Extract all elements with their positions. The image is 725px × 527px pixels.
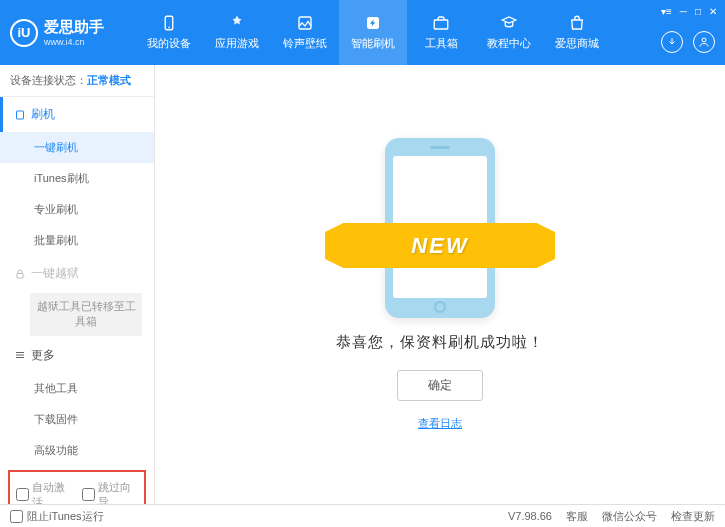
app-header: iU 爱思助手 www.i4.cn 我的设备 应用游戏 铃声壁纸 智能刷机 工具…: [0, 0, 725, 65]
svg-rect-6: [17, 111, 24, 119]
nav-label: 铃声壁纸: [283, 36, 327, 51]
nav-my-device[interactable]: 我的设备: [135, 0, 203, 65]
app-title: 爱思助手: [44, 18, 104, 35]
nav-label: 爱思商城: [555, 36, 599, 51]
svg-rect-7: [17, 273, 23, 278]
shop-icon: [568, 14, 586, 32]
sidebar-item-itunes-flash[interactable]: iTunes刷机: [0, 163, 154, 194]
new-ribbon: NEW: [325, 223, 555, 268]
main-content: NEW 恭喜您，保资料刷机成功啦！ 确定 查看日志: [155, 65, 725, 504]
flash-icon: [364, 14, 382, 32]
sidebar-item-advanced[interactable]: 高级功能: [0, 435, 154, 466]
svg-rect-4: [434, 20, 448, 29]
svg-point-5: [702, 38, 706, 42]
cb-auto-activate[interactable]: 自动激活: [16, 480, 72, 504]
sidebar-item-batch-flash[interactable]: 批量刷机: [0, 225, 154, 256]
device-icon: [160, 14, 178, 32]
sidebar-item-download-firmware[interactable]: 下载固件: [0, 404, 154, 435]
sidebar: 设备连接状态：正常模式 刷机 一键刷机 iTunes刷机 专业刷机 批量刷机 一…: [0, 65, 155, 504]
group-jailbreak: 一键越狱: [0, 256, 154, 291]
nav-smart-flash[interactable]: 智能刷机: [339, 0, 407, 65]
close-icon[interactable]: ✕: [709, 6, 717, 17]
nav-label: 应用游戏: [215, 36, 259, 51]
options-highlight-box: 自动激活 跳过向导: [8, 470, 146, 504]
user-button[interactable]: [693, 31, 715, 53]
success-message: 恭喜您，保资料刷机成功啦！: [336, 333, 544, 352]
group-label: 更多: [31, 347, 55, 364]
group-label: 刷机: [31, 106, 55, 123]
logo-area: iU 爱思助手 www.i4.cn: [10, 18, 135, 47]
group-more[interactable]: 更多: [0, 338, 154, 373]
nav-tutorials[interactable]: 教程中心: [475, 0, 543, 65]
maximize-icon[interactable]: □: [695, 6, 701, 17]
update-link[interactable]: 检查更新: [671, 509, 715, 524]
group-label: 一键越狱: [31, 265, 79, 282]
status-label: 设备连接状态：: [10, 74, 87, 86]
success-illustration: NEW: [340, 138, 540, 318]
app-subtitle: www.i4.cn: [44, 37, 104, 47]
jailbreak-moved-notice: 越狱工具已转移至工具箱: [30, 293, 142, 336]
minimize-icon[interactable]: ─: [680, 6, 687, 17]
more-icon: [14, 349, 26, 361]
folder-icon: [14, 109, 26, 121]
ok-button[interactable]: 确定: [397, 370, 483, 401]
connection-status: 设备连接状态：正常模式: [0, 65, 154, 97]
view-log-link[interactable]: 查看日志: [418, 416, 462, 431]
nav-label: 工具箱: [425, 36, 458, 51]
lock-icon: [14, 268, 26, 280]
group-flash[interactable]: 刷机: [0, 97, 154, 132]
download-button[interactable]: [661, 31, 683, 53]
version-label: V7.98.66: [508, 510, 552, 522]
status-mode: 正常模式: [87, 74, 131, 86]
tutorial-icon: [500, 14, 518, 32]
sidebar-menu: 刷机 一键刷机 iTunes刷机 专业刷机 批量刷机 一键越狱 越狱工具已转移至…: [0, 97, 154, 504]
cb-block-itunes[interactable]: 阻止iTunes运行: [10, 509, 104, 524]
menu-icon[interactable]: ▾≡: [661, 6, 672, 17]
nav-ringtones[interactable]: 铃声壁纸: [271, 0, 339, 65]
top-nav: 我的设备 应用游戏 铃声壁纸 智能刷机 工具箱 教程中心 爱思商城: [135, 0, 611, 65]
nav-label: 我的设备: [147, 36, 191, 51]
nav-shop[interactable]: 爱思商城: [543, 0, 611, 65]
nav-toolbox[interactable]: 工具箱: [407, 0, 475, 65]
sidebar-item-other-tools[interactable]: 其他工具: [0, 373, 154, 404]
sidebar-item-onekey-flash[interactable]: 一键刷机: [0, 132, 154, 163]
window-controls: ▾≡ ─ □ ✕: [661, 6, 717, 17]
nav-apps[interactable]: 应用游戏: [203, 0, 271, 65]
apps-icon: [228, 14, 246, 32]
cb-skip-guide[interactable]: 跳过向导: [82, 480, 138, 504]
wallpaper-icon: [296, 14, 314, 32]
wechat-link[interactable]: 微信公众号: [602, 509, 657, 524]
toolbox-icon: [432, 14, 450, 32]
sidebar-item-pro-flash[interactable]: 专业刷机: [0, 194, 154, 225]
logo-icon: iU: [10, 19, 38, 47]
nav-label: 智能刷机: [351, 36, 395, 51]
nav-label: 教程中心: [487, 36, 531, 51]
support-link[interactable]: 客服: [566, 509, 588, 524]
footer: 阻止iTunes运行 V7.98.66 客服 微信公众号 检查更新: [0, 504, 725, 527]
